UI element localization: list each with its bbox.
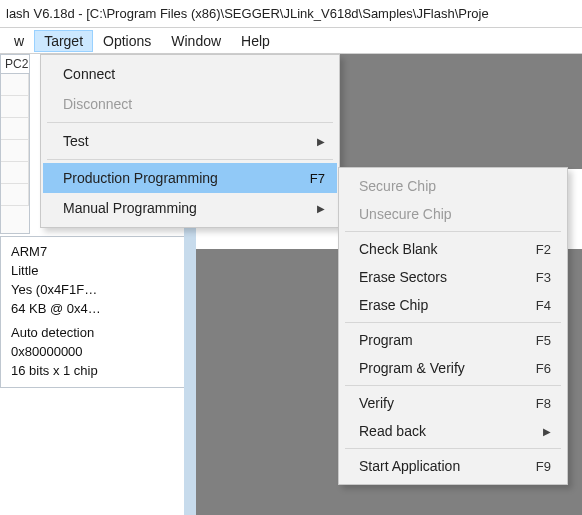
grid-cell bbox=[1, 74, 29, 96]
menu-label: Check Blank bbox=[359, 241, 536, 257]
info-addr: 0x80000000 bbox=[11, 343, 181, 362]
info-detect: Auto detection bbox=[11, 324, 181, 343]
submenu-item-read-back[interactable]: Read back ▶ bbox=[341, 417, 565, 445]
menubar-item-target[interactable]: Target bbox=[34, 30, 93, 52]
menu-shortcut: F3 bbox=[536, 270, 551, 285]
menu-label: Test bbox=[63, 133, 311, 149]
workspace: PC2 ARM7 Little Yes (0x4F1F… 64 KB @ 0x4… bbox=[0, 54, 582, 515]
submenu-item-start-application[interactable]: Start Application F9 bbox=[341, 452, 565, 480]
grid-cell bbox=[1, 96, 29, 118]
manual-programming-submenu: Secure Chip Unsecure Chip Check Blank F2… bbox=[338, 167, 568, 485]
grid-cell bbox=[1, 118, 29, 140]
menu-item-connect[interactable]: Connect bbox=[43, 59, 337, 89]
grid-cell bbox=[1, 162, 29, 184]
menubar-item-options[interactable]: Options bbox=[93, 30, 161, 52]
menu-shortcut: F8 bbox=[536, 396, 551, 411]
menu-divider bbox=[345, 385, 561, 386]
menubar-item-cut[interactable]: w bbox=[4, 30, 34, 52]
submenu-item-program[interactable]: Program F5 bbox=[341, 326, 565, 354]
menu-shortcut: F5 bbox=[536, 333, 551, 348]
menu-divider bbox=[47, 159, 333, 160]
menu-shortcut: F4 bbox=[536, 298, 551, 313]
menubar-item-window[interactable]: Window bbox=[161, 30, 231, 52]
info-panel: ARM7 Little Yes (0x4F1F… 64 KB @ 0x4… Au… bbox=[0, 236, 192, 388]
menu-label: Disconnect bbox=[63, 96, 325, 112]
menu-item-manual-programming[interactable]: Manual Programming ▶ bbox=[43, 193, 337, 223]
menu-label: Read back bbox=[359, 423, 537, 439]
menu-label: Manual Programming bbox=[63, 200, 311, 216]
menu-item-production-programming[interactable]: Production Programming F7 bbox=[43, 163, 337, 193]
info-check: Yes (0x4F1F… bbox=[11, 281, 181, 300]
menu-shortcut: F7 bbox=[310, 171, 325, 186]
menu-shortcut: F6 bbox=[536, 361, 551, 376]
submenu-item-verify[interactable]: Verify F8 bbox=[341, 389, 565, 417]
window-title: lash V6.18d - [C:\Program Files (x86)\SE… bbox=[0, 0, 582, 28]
grid-cell bbox=[1, 184, 29, 206]
menu-label: Connect bbox=[63, 66, 325, 82]
grid-cell bbox=[1, 140, 29, 162]
window-title-text: lash V6.18d - [C:\Program Files (x86)\SE… bbox=[6, 6, 489, 21]
menu-divider bbox=[47, 122, 333, 123]
menubar: w Target Options Window Help bbox=[0, 28, 582, 54]
menu-divider bbox=[345, 448, 561, 449]
menu-label: Erase Chip bbox=[359, 297, 536, 313]
side-panel-tab[interactable]: PC2 bbox=[1, 55, 29, 74]
menu-label: Program & Verify bbox=[359, 360, 536, 376]
menu-label: Secure Chip bbox=[359, 178, 551, 194]
menu-label: Start Application bbox=[359, 458, 536, 474]
info-endian: Little bbox=[11, 262, 181, 281]
target-menu: Connect Disconnect Test ▶ Production Pro… bbox=[40, 54, 340, 228]
chevron-right-icon: ▶ bbox=[543, 426, 551, 437]
mdi-background bbox=[340, 54, 582, 169]
menu-item-disconnect: Disconnect bbox=[43, 89, 337, 119]
submenu-item-erase-sectors[interactable]: Erase Sectors F3 bbox=[341, 263, 565, 291]
menu-label: Production Programming bbox=[63, 170, 310, 186]
submenu-item-unsecure-chip: Unsecure Chip bbox=[341, 200, 565, 228]
menubar-item-help[interactable]: Help bbox=[231, 30, 280, 52]
menu-shortcut: F9 bbox=[536, 459, 551, 474]
menu-label: Unsecure Chip bbox=[359, 206, 551, 222]
submenu-item-secure-chip: Secure Chip bbox=[341, 172, 565, 200]
info-width: 16 bits x 1 chip bbox=[11, 362, 181, 381]
menu-label: Erase Sectors bbox=[359, 269, 536, 285]
side-panel: PC2 bbox=[0, 54, 30, 234]
menu-label: Program bbox=[359, 332, 536, 348]
submenu-item-check-blank[interactable]: Check Blank F2 bbox=[341, 235, 565, 263]
side-grid bbox=[1, 74, 29, 206]
submenu-item-erase-chip[interactable]: Erase Chip F4 bbox=[341, 291, 565, 319]
info-arch: ARM7 bbox=[11, 243, 181, 262]
chevron-right-icon: ▶ bbox=[317, 136, 325, 147]
menu-item-test[interactable]: Test ▶ bbox=[43, 126, 337, 156]
chevron-right-icon: ▶ bbox=[317, 203, 325, 214]
menu-divider bbox=[345, 322, 561, 323]
menu-shortcut: F2 bbox=[536, 242, 551, 257]
submenu-item-program-verify[interactable]: Program & Verify F6 bbox=[341, 354, 565, 382]
menu-divider bbox=[345, 231, 561, 232]
info-size: 64 KB @ 0x4… bbox=[11, 300, 181, 319]
menu-label: Verify bbox=[359, 395, 536, 411]
